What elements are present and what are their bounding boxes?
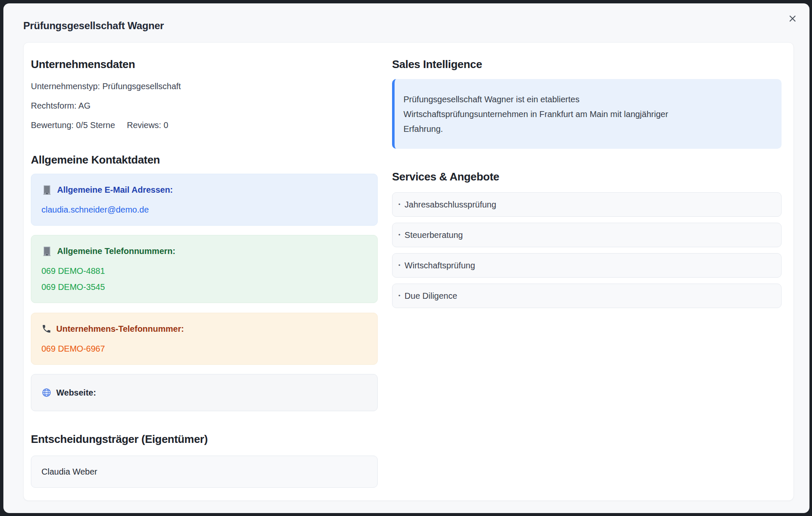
- phone-icon: [41, 324, 52, 334]
- bullet-icon: •: [398, 199, 401, 210]
- services-heading: Services & Angebote: [392, 170, 782, 183]
- email-box-label: Allgemeine E-Mail Adressen:: [57, 184, 173, 196]
- service-item: • Wirtschaftsprüfung: [392, 253, 782, 278]
- company-detail-modal: Prüfungsgesellschaft Wagner Unternehmens…: [3, 3, 809, 513]
- reviews-count: Reviews: 0: [127, 119, 168, 131]
- owners-heading: Entscheidungsträger (Eigentümer): [31, 432, 378, 446]
- bullet-icon: •: [398, 229, 401, 241]
- company-phone-box: Unternehmens-Telefonnummer: 069 DEMO-696…: [31, 313, 378, 365]
- service-item: • Jahresabschlussprüfung: [392, 192, 782, 217]
- globe-icon: [41, 388, 52, 398]
- website-box: Webseite:: [31, 374, 378, 411]
- website-label-row: Webseite:: [41, 387, 367, 399]
- company-phone-number[interactable]: 069 DEMO-6967: [41, 343, 367, 355]
- right-column: Sales Intelligence Prüfungsgesellschaft …: [392, 57, 782, 308]
- company-phone-label: Unternehmens-Telefonnummer:: [56, 323, 184, 335]
- legal-form-row: Rechtsform: AG: [31, 100, 378, 112]
- email-box: Allgemeine E-Mail Adressen: claudia.schn…: [31, 174, 378, 226]
- general-phone-label-row: Allgemeine Telefonnummern:: [41, 245, 367, 257]
- service-item: • Steuerberatung: [392, 223, 782, 247]
- bullet-icon: •: [398, 290, 401, 302]
- service-label: Wirtschaftsprüfung: [405, 259, 475, 271]
- close-button[interactable]: [787, 14, 798, 24]
- company-type-row: Unternehmenstyp: Prüfungsgesellschaft: [31, 80, 378, 92]
- sales-intelligence-callout: Prüfungsgesellschaft Wagner ist ein etab…: [392, 79, 782, 149]
- service-label: Steuerberatung: [405, 229, 463, 241]
- content-card: Unternehmensdaten Unternehmenstyp: Prüfu…: [23, 42, 794, 501]
- callout-text-line: Prüfungsgesellschaft Wagner ist ein etab…: [403, 92, 770, 107]
- service-label: Due Diligence: [405, 290, 458, 302]
- bullet-icon: •: [398, 259, 401, 271]
- sales-intelligence-heading: Sales Intelligence: [392, 57, 782, 71]
- owner-item: Claudia Weber: [31, 456, 378, 488]
- close-icon: [787, 14, 798, 24]
- callout-text-line: Erfahrung.: [403, 122, 770, 137]
- left-column: Unternehmensdaten Unternehmenstyp: Prüfu…: [31, 57, 378, 488]
- general-phone-box: Allgemeine Telefonnummern: 069 DEMO-4881…: [31, 235, 378, 303]
- callout-text-line: Wirtschaftsprüfungsunternehmen in Frankf…: [403, 107, 770, 122]
- company-phone-label-row: Unternehmens-Telefonnummer:: [41, 323, 367, 335]
- email-box-label-row: Allgemeine E-Mail Adressen:: [41, 184, 367, 196]
- company-data-heading: Unternehmensdaten: [31, 57, 378, 71]
- building-icon: [41, 184, 52, 195]
- phone-number[interactable]: 069 DEMO-3545: [41, 281, 367, 293]
- email-link[interactable]: claudia.schneider@demo.de: [41, 204, 149, 216]
- modal-title: Prüfungsgesellschaft Wagner: [23, 19, 794, 32]
- building-icon: [41, 246, 52, 257]
- service-label: Jahresabschlussprüfung: [405, 199, 497, 210]
- phone-number[interactable]: 069 DEMO-4881: [41, 265, 367, 277]
- general-phone-label: Allgemeine Telefonnummern:: [57, 245, 176, 257]
- rating-value: Bewertung: 0/5 Sterne: [31, 119, 115, 131]
- service-item: • Due Diligence: [392, 284, 782, 308]
- website-label: Webseite:: [56, 387, 96, 399]
- rating-row: Bewertung: 0/5 Sterne Reviews: 0: [31, 119, 378, 131]
- contact-data-heading: Allgemeine Kontaktdaten: [31, 153, 378, 167]
